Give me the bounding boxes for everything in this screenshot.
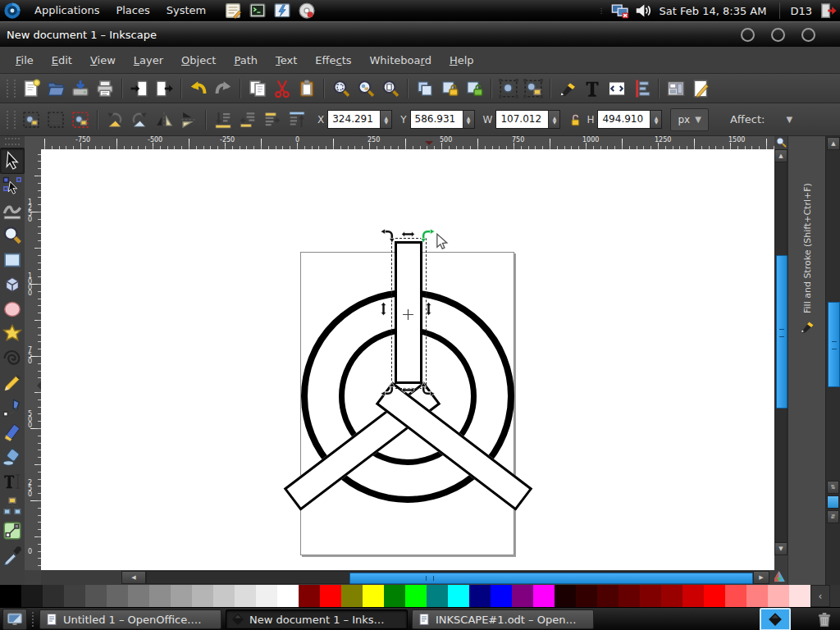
palette-swatch[interactable] <box>469 585 491 607</box>
y-spinner[interactable]: ▲▼ <box>463 111 474 128</box>
clock[interactable]: Sat Feb 14, 8:35 AM <box>660 5 767 17</box>
x-value[interactable]: 324.291 <box>328 111 380 128</box>
palette-swatch[interactable] <box>768 585 789 607</box>
palette-swatch[interactable] <box>746 585 768 607</box>
distro-logo-icon[interactable] <box>3 2 21 20</box>
h-spinner[interactable]: ▲▼ <box>650 111 661 128</box>
menu-file[interactable]: File <box>7 51 43 70</box>
document-properties-button[interactable] <box>688 77 713 100</box>
lower-to-bottom-button[interactable] <box>211 108 235 131</box>
palette-swatch[interactable] <box>107 585 128 607</box>
menu-whiteboard[interactable]: Whiteboard <box>361 51 441 70</box>
lower-button[interactable] <box>235 108 260 131</box>
raise-to-top-button[interactable] <box>285 108 309 131</box>
horizontal-ruler[interactable]: -750-500-2500250500750100012501500 <box>41 136 774 150</box>
dock-scrollbar[interactable]: ▲ ⇅ ⇵ ▼ <box>825 136 840 607</box>
ellipse-tool-button[interactable] <box>1 297 24 322</box>
ungroup-button[interactable] <box>521 77 546 100</box>
palette-swatch[interactable] <box>555 585 576 607</box>
panel-menu-system[interactable]: System <box>158 4 214 16</box>
palette-swatch[interactable] <box>43 585 64 607</box>
window-titlebar[interactable]: New document 1 – Inkscape <box>0 21 840 48</box>
panel-menu-applications[interactable]: Applications <box>26 4 107 16</box>
clone-button[interactable] <box>437 77 462 100</box>
calligraphy-tool-button[interactable] <box>1 420 24 445</box>
print-button[interactable] <box>93 77 117 100</box>
selector-button[interactable] <box>0 148 25 174</box>
palette-swatch[interactable] <box>363 585 384 607</box>
palette-swatch[interactable] <box>533 585 555 607</box>
menu-path[interactable]: Path <box>225 51 267 70</box>
palette-swatch[interactable] <box>128 585 149 607</box>
toolbox-grip[interactable] <box>5 138 20 145</box>
media-player-launcher-icon[interactable] <box>298 2 316 20</box>
vertical-scroll-thumb[interactable] <box>776 255 788 409</box>
unlink-clone-button[interactable] <box>462 77 486 100</box>
w-spinner[interactable]: ▲▼ <box>548 111 559 128</box>
horizontal-scroll-thumb[interactable] <box>349 573 753 584</box>
rotate-handle-bottom-right[interactable] <box>421 382 435 396</box>
rectangle-tool-button[interactable] <box>1 248 24 272</box>
menu-object[interactable]: Object <box>172 51 225 70</box>
flip-horizontal-button[interactable] <box>152 108 176 131</box>
horizontal-scroll-track[interactable] <box>146 571 769 584</box>
menu-text[interactable]: Text <box>267 51 306 70</box>
minimize-button[interactable] <box>741 28 755 42</box>
palette-scroll-left-icon[interactable]: ‹ <box>810 585 830 607</box>
skew-handle-bottom[interactable] <box>401 386 415 394</box>
menu-help[interactable]: Help <box>441 51 483 70</box>
y-input[interactable]: 586.931 ▲▼ <box>410 110 475 129</box>
taskbar-window-button[interactable]: Untitled 1 – OpenOffice.… <box>39 609 221 629</box>
node-editor-button[interactable] <box>1 174 24 199</box>
group-button[interactable] <box>496 77 521 100</box>
paste-button[interactable] <box>294 77 319 100</box>
import-button[interactable] <box>127 77 152 100</box>
scroll-left-icon[interactable]: ◀ <box>121 571 146 584</box>
star-tool-button[interactable] <box>1 322 24 346</box>
vertical-ruler[interactable]: 125010007505002500 <box>25 149 42 570</box>
palette-swatch[interactable] <box>192 585 213 607</box>
sticky-zoom-icon[interactable] <box>774 136 788 149</box>
align-button[interactable] <box>629 77 654 100</box>
dropper-tool-button[interactable] <box>1 543 24 568</box>
terminal-launcher-icon[interactable] <box>249 2 267 20</box>
taskbar-window-button[interactable]: INKSCAPE#1.odt – Open… <box>412 609 594 629</box>
open-button[interactable] <box>43 77 68 100</box>
box-3d-tool-button[interactable] <box>1 272 24 297</box>
volume-icon[interactable] <box>634 2 652 20</box>
palette-swatch[interactable] <box>320 585 341 607</box>
palette-swatch[interactable] <box>299 585 320 607</box>
taskbar-window-button[interactable]: New document 1 – Inks… <box>226 609 408 629</box>
tweak-button[interactable] <box>1 199 24 223</box>
rotate-handle-top-left[interactable] <box>381 229 395 243</box>
palette-swatch[interactable] <box>491 585 512 607</box>
palette-swatch[interactable] <box>277 585 299 607</box>
scroll-right-icon[interactable]: ▶ <box>753 571 769 584</box>
palette-swatch[interactable] <box>789 585 810 607</box>
cut-button[interactable] <box>270 77 294 100</box>
palette-swatch[interactable] <box>21 585 43 607</box>
redo-button[interactable] <box>211 77 235 100</box>
menu-layer[interactable]: Layer <box>125 51 172 70</box>
rotation-center-crosshair[interactable] <box>402 308 414 321</box>
toolbar-grip[interactable] <box>7 80 16 98</box>
palette-swatch[interactable] <box>171 585 192 607</box>
palette-swatch[interactable] <box>64 585 85 607</box>
paint-bucket-tool-button[interactable] <box>1 445 24 469</box>
xml-editor-button[interactable] <box>605 77 629 100</box>
dock-expand-icon[interactable]: ⇵ <box>827 510 839 523</box>
save-button[interactable] <box>68 77 93 100</box>
pen-tool-button[interactable] <box>1 395 24 420</box>
x-input[interactable]: 324.291 ▲▼ <box>327 110 392 129</box>
text-editor-launcher-icon[interactable] <box>224 2 242 20</box>
dock-scroll-thumb[interactable] <box>828 302 840 387</box>
palette-swatch[interactable] <box>405 585 427 607</box>
palette-swatch[interactable] <box>341 585 363 607</box>
x-spinner[interactable]: ▲▼ <box>380 111 391 128</box>
toolbar-grip[interactable] <box>7 111 16 129</box>
palette-swatch[interactable] <box>576 585 597 607</box>
dock-scroll-up-icon[interactable]: ▲ <box>827 137 840 150</box>
palette-swatch[interactable] <box>149 585 171 607</box>
copy-button[interactable] <box>245 77 270 100</box>
scroll-up-icon[interactable]: ▲ <box>775 150 787 162</box>
